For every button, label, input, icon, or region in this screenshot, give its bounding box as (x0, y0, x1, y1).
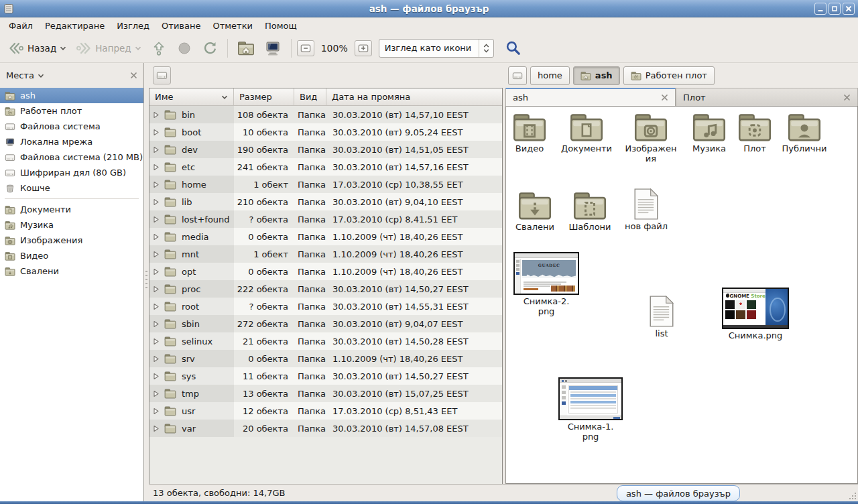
back-button[interactable]: Назад (4, 38, 70, 59)
sidebar-item-filesystem-210mb[interactable]: Файлова система (210 MB) (0, 149, 143, 165)
menu-item-go[interactable]: Отиване (156, 19, 206, 33)
tree-row-opt[interactable]: opt0 обектаПапка1.10.2009 (чт) 18,40,26 … (149, 263, 502, 280)
home-button[interactable] (233, 38, 259, 58)
expander-icon[interactable] (152, 390, 160, 397)
expander-icon[interactable] (152, 425, 160, 432)
zoom-in-button[interactable] (355, 40, 372, 56)
search-button[interactable] (501, 37, 526, 59)
maximize-button[interactable] (829, 3, 841, 15)
sidebar-item-pictures[interactable]: Изображения (0, 233, 143, 248)
sidebar-item-desktop[interactable]: Работен плот (0, 103, 143, 119)
expander-icon[interactable] (152, 303, 160, 310)
column-header-date[interactable]: Дата на промяна (326, 88, 502, 105)
sidebar-item-filesystem[interactable]: Файлова система (0, 119, 143, 134)
breadcrumb-button-home[interactable]: home (530, 66, 570, 85)
sidebar-item-encrypted-80gb[interactable]: Шифриран дял (80 GB) (0, 165, 143, 180)
icon-view-item-desktop[interactable]: Плот (735, 111, 774, 154)
tree-row-lost+found[interactable]: lost+found? обектаПапка17.03.2010 (ср) 8… (149, 210, 502, 228)
column-header-type[interactable]: Вид (294, 88, 326, 105)
sidebar-item-music[interactable]: Музика (0, 217, 143, 233)
tree-row-usr[interactable]: usr12 обектаПапка17.03.2010 (ср) 8,51,43… (149, 402, 502, 420)
expander-icon[interactable] (152, 181, 160, 188)
icon-view-item-snimka-2[interactable]: GUADECСнимка-2.png (511, 252, 581, 317)
tree-row-home[interactable]: home1 обектПапка17.03.2010 (ср) 10,38,55… (149, 176, 502, 193)
tab-ash[interactable]: ash (505, 88, 676, 106)
expander-icon[interactable] (152, 320, 160, 328)
up-button[interactable] (147, 38, 171, 59)
tree-row-lib[interactable]: lib210 обектаПапка30.03.2010 (вт) 9,04,1… (149, 193, 502, 210)
tab-close-icon[interactable] (661, 94, 668, 101)
computer-button[interactable] (260, 38, 286, 59)
tree-row-proc[interactable]: proc222 обектаПапка30.03.2010 (вт) 14,50… (149, 280, 502, 298)
tree-row-sys[interactable]: sys11 обектаПапка30.03.2010 (вт) 14,50,2… (149, 367, 502, 385)
window-list-button[interactable]: ash — файлов браузър (617, 485, 740, 501)
tree-row-dev[interactable]: dev190 обектаПапка30.03.2010 (вт) 14,51,… (149, 141, 502, 158)
tree-row-sbin[interactable]: sbin272 обектаПапка30.03.2010 (вт) 9,04,… (149, 315, 502, 332)
tab-plot[interactable]: Плот (676, 88, 858, 106)
sidebar-item-trash[interactable]: Кошче (0, 180, 143, 196)
expander-icon[interactable] (152, 338, 160, 345)
icon-view-item-list[interactable]: list (641, 296, 682, 339)
icon-view-item-documents[interactable]: Документи (557, 111, 616, 154)
expander-icon[interactable] (152, 216, 160, 223)
tree-row-srv[interactable]: srv0 обектаПапка1.10.2009 (чт) 18,40,26 … (149, 350, 502, 367)
tree-row-mnt[interactable]: mnt1 обектПапка1.10.2009 (чт) 18,40,26 E… (149, 245, 502, 263)
icon-view-item-video[interactable]: Видео (509, 111, 550, 154)
sidebar-item-downloads[interactable]: Свалени (0, 263, 143, 279)
forward-button[interactable]: Напред (72, 38, 145, 59)
icon-view-item-music[interactable]: Музика (687, 111, 731, 154)
tree-row-boot[interactable]: boot10 обектаПапка30.03.2010 (вт) 9,05,2… (149, 123, 502, 141)
tree-row-media[interactable]: media0 обектаПапка1.10.2009 (чт) 18,40,2… (149, 228, 502, 245)
icon-view-item-downloads[interactable]: Свалени (511, 190, 558, 233)
icon-view[interactable]: ВидеоДокументиИзображенияМузикаПлотПубли… (505, 106, 858, 484)
expander-icon[interactable] (152, 355, 160, 363)
tree-row-root[interactable]: root? обектаПапка30.03.2010 (вт) 14,55,3… (149, 298, 502, 315)
minimize-button[interactable] (814, 3, 826, 15)
sidebar-item-network[interactable]: Локална мрежа (0, 134, 143, 149)
icon-view-item-templates[interactable]: Шаблони (565, 190, 615, 233)
expander-icon[interactable] (152, 164, 160, 171)
tree-row-etc[interactable]: etc241 обектаПапка30.03.2010 (вт) 14,57,… (149, 158, 502, 176)
breadcrumb-button-desktop[interactable]: Работен плот (623, 66, 715, 85)
expander-icon[interactable] (152, 286, 160, 293)
reload-button[interactable] (198, 38, 222, 59)
close-button[interactable] (843, 3, 855, 15)
menu-item-bookmarks[interactable]: Отметки (206, 19, 258, 33)
icon-view-item-newfile[interactable]: нов файл (620, 188, 672, 232)
icon-view-item-snimka[interactable]: GNOME StoreСнимка.png (718, 288, 793, 341)
tree-row-bin[interactable]: bin108 обектаПапка30.03.2010 (вт) 14,57,… (149, 106, 502, 123)
resize-grip[interactable] (849, 492, 857, 500)
sidebar-splitter[interactable] (144, 63, 149, 501)
expander-icon[interactable] (152, 233, 160, 241)
column-header-name[interactable]: Име (149, 88, 234, 105)
column-header-size[interactable]: Размер (234, 88, 294, 105)
tab-close-icon[interactable] (843, 94, 851, 101)
menu-item-help[interactable]: Помощ (259, 19, 303, 33)
root-location-button[interactable] (153, 66, 171, 84)
tree-row-var[interactable]: var20 обектаПапка30.03.2010 (вт) 14,57,0… (149, 420, 502, 437)
expander-icon[interactable] (152, 268, 160, 275)
stop-button[interactable] (172, 38, 196, 59)
expander-icon[interactable] (152, 198, 160, 206)
menu-item-file[interactable]: Файл (3, 19, 39, 33)
breadcrumb-button-ash[interactable]: ash (573, 66, 620, 85)
icon-view-item-public[interactable]: Публични (778, 111, 831, 154)
sidebar-item-video[interactable]: Видео (0, 248, 143, 263)
titlebar[interactable]: ash — файлов браузър (0, 0, 858, 17)
view-mode-select[interactable]: Изглед като икони (379, 39, 494, 58)
tree-row-tmp[interactable]: tmp13 обектаПапка30.03.2010 (вт) 15,07,2… (149, 385, 502, 402)
expander-icon[interactable] (152, 373, 160, 380)
sidebar-item-documents[interactable]: Документи (0, 202, 143, 217)
icon-view-item-pictures[interactable]: Изображения (624, 111, 678, 164)
menu-item-view[interactable]: Изглед (111, 19, 156, 33)
expander-icon[interactable] (152, 111, 160, 119)
breadcrumb-button-root[interactable] (508, 66, 527, 85)
places-title[interactable]: Места (6, 70, 34, 80)
tree-row-selinux[interactable]: selinux21 обектаПапка30.03.2010 (вт) 14,… (149, 332, 502, 350)
icon-view-item-snimka-1[interactable]: Снимка-1.png (556, 377, 625, 442)
sidebar-item-ash[interactable]: ash (0, 88, 143, 103)
expander-icon[interactable] (152, 129, 160, 136)
expander-icon[interactable] (152, 407, 160, 415)
zoom-out-button[interactable] (297, 40, 314, 56)
menu-item-edit[interactable]: Редактиране (39, 19, 111, 33)
